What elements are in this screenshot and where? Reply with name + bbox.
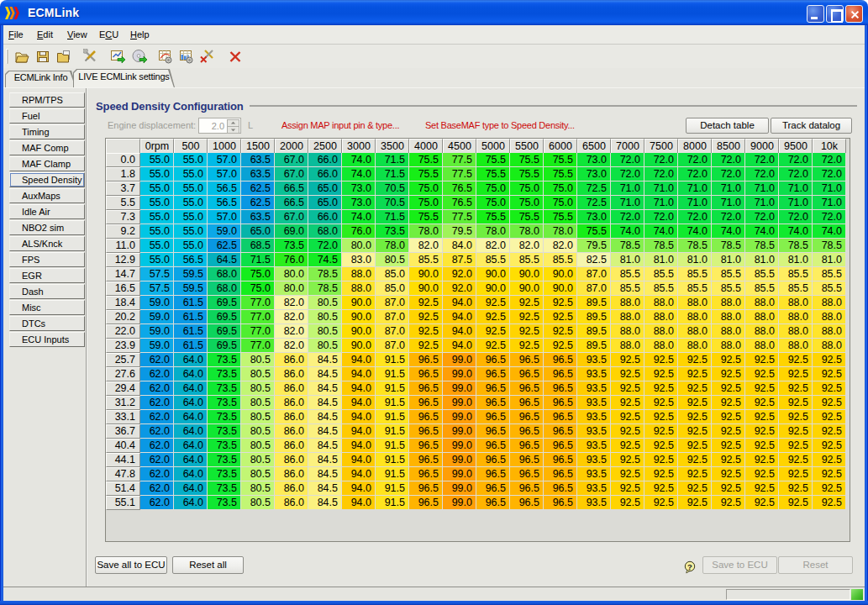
svg-text:?: ? (687, 562, 692, 571)
